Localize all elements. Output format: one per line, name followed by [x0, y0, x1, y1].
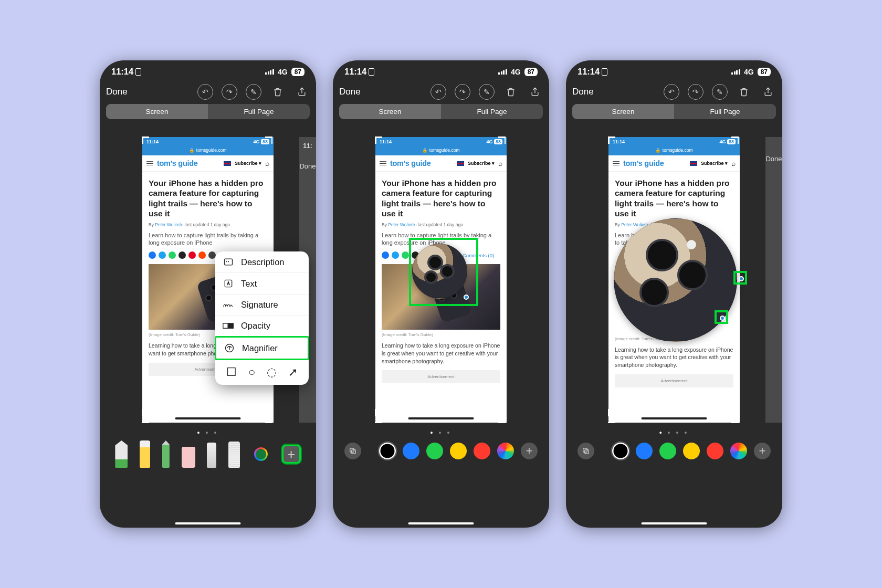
home-indicator[interactable]	[408, 522, 474, 525]
square-shape-icon[interactable]: ☐	[226, 365, 237, 379]
phone-screenshot-1: 11:14 4G 87 Done ↶ ↷ ✎ Screen Full Page …	[100, 60, 316, 528]
color-palette: +	[333, 440, 549, 471]
svg-rect-2	[223, 323, 228, 328]
add-markup-button[interactable]: +	[282, 445, 301, 464]
magnifier-icon	[224, 343, 235, 353]
hamburger-icon[interactable]	[146, 161, 153, 166]
magnifier-zoom-handle[interactable]	[739, 276, 744, 281]
color-yellow[interactable]	[450, 443, 467, 459]
share-button[interactable]	[527, 84, 543, 100]
tab-fullpage[interactable]: Full Page	[208, 104, 310, 119]
trash-button[interactable]	[270, 84, 286, 100]
undo-button[interactable]: ↶	[664, 84, 679, 100]
tab-screen[interactable]: Screen	[339, 104, 441, 119]
screenshot-canvas[interactable]: 11:144G 88 🔒 tomsguide.com tom's guide S…	[338, 137, 544, 423]
duplicate-button[interactable]	[344, 443, 361, 459]
arrow-shape-icon[interactable]: ➚	[288, 365, 298, 379]
editor-toolbar: Done ↶ ↷ ✎	[566, 80, 782, 104]
color-green[interactable]	[659, 443, 676, 459]
view-mode-segment[interactable]: Screen Full Page	[572, 104, 776, 119]
redo-button[interactable]: ↷	[688, 84, 704, 100]
undo-button[interactable]: ↶	[197, 84, 213, 100]
add-button[interactable]: +	[521, 443, 538, 459]
captured-screenshot[interactable]: 11:144G 88 🔒 tomsguide.com tom's guide S…	[375, 137, 507, 423]
markup-pen-button[interactable]: ✎	[712, 84, 728, 100]
whatsapp-icon[interactable]	[169, 251, 176, 259]
circle-shape-icon[interactable]: ○	[248, 365, 255, 379]
twitter-icon[interactable]	[159, 251, 166, 259]
magnifier-resize-handle[interactable]	[720, 316, 725, 321]
tab-fullpage[interactable]: Full Page	[441, 104, 543, 119]
color-blue[interactable]	[636, 443, 653, 459]
popup-item-magnifier[interactable]: Magnifier	[215, 336, 309, 360]
flipboard-icon[interactable]	[198, 251, 206, 259]
popup-item-text[interactable]: Text	[215, 273, 309, 295]
share-generic-icon[interactable]	[178, 251, 186, 259]
flag-icon	[457, 161, 464, 166]
add-button[interactable]: +	[754, 443, 771, 459]
facebook-icon[interactable]	[149, 251, 156, 259]
popup-item-description[interactable]: Description	[215, 251, 309, 273]
color-black[interactable]	[612, 443, 629, 459]
screenshot-canvas[interactable]: 11: Done 11:14 4G 88 🔒 tomsguide.com tom…	[105, 137, 311, 423]
home-indicator	[175, 417, 241, 420]
share-button[interactable]	[760, 84, 776, 100]
home-indicator[interactable]	[175, 522, 241, 525]
redo-button[interactable]: ↷	[222, 84, 237, 100]
search-icon[interactable]: ⌕	[498, 159, 502, 167]
status-time: 11:14	[111, 67, 133, 77]
captured-screenshot[interactable]: 11:144G 88 🔒 tomsguide.com tom's guide S…	[608, 137, 740, 423]
color-black[interactable]	[379, 443, 396, 459]
search-icon[interactable]: ⌕	[265, 159, 269, 167]
lasso-tool[interactable]	[207, 443, 216, 468]
color-custom[interactable]	[730, 443, 747, 459]
share-button[interactable]	[294, 84, 310, 100]
highlighter-tool[interactable]	[140, 440, 150, 468]
pen-tool[interactable]	[115, 440, 128, 468]
duplicate-button[interactable]	[578, 443, 594, 459]
mini-status-bar: 11:14 4G 88	[142, 137, 274, 146]
popup-item-opacity[interactable]: Opacity	[215, 316, 309, 337]
site-logo[interactable]: tom's guide	[157, 159, 197, 167]
email-icon[interactable]	[208, 251, 216, 259]
description-icon	[223, 257, 234, 267]
undo-button[interactable]: ↶	[430, 84, 446, 100]
markup-tool-tray: +	[100, 440, 316, 478]
hamburger-icon[interactable]	[380, 161, 386, 166]
hamburger-icon[interactable]	[613, 161, 620, 166]
pencil-tool[interactable]	[162, 440, 170, 468]
tab-fullpage[interactable]: Full Page	[674, 104, 776, 119]
home-indicator	[408, 417, 474, 420]
speech-bubble-icon[interactable]: ◌	[267, 365, 277, 379]
done-button[interactable]: Done	[106, 87, 189, 97]
redo-button[interactable]: ↷	[455, 84, 470, 100]
tab-screen[interactable]: Screen	[572, 104, 674, 119]
popup-item-signature[interactable]: Signature	[215, 295, 309, 316]
search-icon[interactable]: ⌕	[731, 159, 736, 167]
done-button[interactable]: Done	[572, 87, 655, 97]
done-button[interactable]: Done	[339, 87, 422, 97]
screenshot-canvas[interactable]: Done 11:144G 88 🔒 tomsguide.com tom's gu…	[571, 137, 777, 423]
trash-button[interactable]	[736, 84, 752, 100]
signal-icon	[498, 69, 507, 75]
text-icon	[223, 278, 234, 289]
tab-screen[interactable]: Screen	[106, 104, 208, 119]
ruler-tool[interactable]	[228, 442, 240, 468]
magnifier-resize-handle[interactable]	[464, 295, 469, 300]
trash-button[interactable]	[503, 84, 519, 100]
color-red[interactable]	[474, 443, 490, 459]
view-mode-segment[interactable]: Screen Full Page	[339, 104, 543, 119]
color-blue[interactable]	[403, 443, 419, 459]
subscribe-link[interactable]: Subscribe ▾	[235, 161, 261, 166]
view-mode-segment[interactable]: Screen Full Page	[106, 104, 310, 119]
markup-pen-button[interactable]: ✎	[246, 84, 261, 100]
color-yellow[interactable]	[683, 443, 700, 459]
color-picker[interactable]	[252, 445, 270, 463]
pinterest-icon[interactable]	[188, 251, 196, 259]
eraser-tool[interactable]	[182, 447, 195, 468]
markup-pen-button[interactable]: ✎	[479, 84, 495, 100]
color-red[interactable]	[707, 443, 723, 459]
home-indicator[interactable]	[642, 522, 707, 525]
color-custom[interactable]	[497, 443, 514, 459]
color-green[interactable]	[426, 443, 443, 459]
